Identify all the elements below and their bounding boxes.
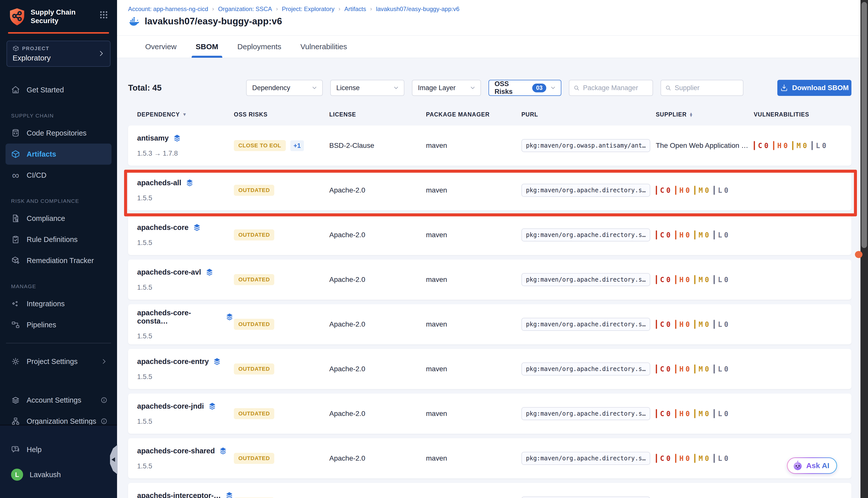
project-selector[interactable]: PROJECT Exploratory (7, 41, 111, 67)
sidebar-item-rule-definitions[interactable]: Rule Definitions (0, 229, 117, 250)
dependency-name: apacheds-all (137, 179, 181, 187)
sidebar-item-cicd[interactable]: ∞ CI/CD (0, 165, 117, 186)
vulnerability-counts[interactable]: C0 H0 M0 L0 (656, 454, 754, 463)
image-layer-filter-select[interactable]: Image Layer (412, 80, 481, 96)
layers-icon (225, 313, 234, 321)
info-icon[interactable] (101, 397, 107, 404)
sort-descending-icon: ▼ (182, 112, 187, 117)
module-switcher-grid-icon[interactable] (99, 8, 108, 19)
vulnerability-counts[interactable]: C0 H0 M0 L0 (656, 365, 754, 374)
section-risk-and-compliance: RISK AND COMPLIANCE (0, 194, 117, 208)
vulnerability-counts[interactable]: C0 H0 M0 L0 (754, 141, 852, 150)
account-layers-icon (11, 396, 20, 405)
supplier-search-input[interactable] (674, 84, 739, 92)
purl-chip[interactable]: pkg:maven/org.apache.directory.s… (521, 318, 650, 331)
tab-deployments[interactable]: Deployments (237, 36, 281, 58)
oss-risk-badge: OUTDATED (234, 230, 274, 240)
purl-chip[interactable]: pkg:maven/org.owasp.antisamy/ant… (521, 139, 650, 152)
vulnerability-counts[interactable]: C0 H0 M0 L0 (656, 409, 754, 418)
oss-risk-more-badge[interactable]: +1 (290, 140, 304, 151)
column-header-purl: PURL (521, 111, 656, 118)
table-row[interactable]: apacheds-core-entry 1.5.5 OUTDATED Apach… (128, 349, 852, 389)
purl-chip[interactable]: pkg:maven/org.apache.directory.s… (521, 407, 650, 420)
layers-icon (185, 179, 194, 187)
purl-chip[interactable]: pkg:maven/org.apache.directory.s… (521, 273, 650, 286)
table-row[interactable]: apacheds-core-jndi 1.5.5 OUTDATED Apache… (128, 394, 852, 434)
integrations-icon (11, 299, 20, 308)
sidebar-item-artifacts[interactable]: Artifacts (5, 144, 112, 165)
filter-label: OSS Risks (494, 80, 529, 96)
package-manager-search-input[interactable] (582, 84, 648, 92)
license-filter-select[interactable]: License (330, 80, 404, 96)
scrollbar-track[interactable] (860, 0, 868, 498)
vulnerability-counts[interactable]: C0 H0 M0 L0 (656, 275, 754, 284)
sidebar-item-user[interactable]: L Lavakush (0, 464, 117, 485)
sidebar-item-compliance[interactable]: Compliance (0, 208, 117, 229)
purl-chip[interactable]: pkg:maven/org.apache.directory.s… (521, 452, 650, 465)
docker-whale-icon (128, 16, 140, 27)
package-manager-value: maven (426, 231, 521, 239)
breadcrumb-account[interactable]: Account: app-harness-ng-cicd (128, 5, 208, 13)
breadcrumb-current[interactable]: lavakush07/easy-buggy-app:v6 (376, 5, 459, 13)
sidebar-item-account-settings[interactable]: Account Settings (0, 390, 117, 411)
oss-risks-filter-select[interactable]: OSS Risks 03 (489, 80, 561, 96)
dependency-filter-select[interactable]: Dependency (246, 80, 323, 96)
sidebar-item-get-started[interactable]: Get Started (0, 79, 117, 101)
package-manager-value: maven (426, 410, 521, 418)
sidebar-item-label: Remediation Tracker (27, 257, 94, 265)
purl-chip[interactable]: pkg:maven/org.apache.directory.s… (521, 228, 650, 241)
dependency-version: 1.5.5 (137, 284, 234, 291)
sidebar-item-project-settings[interactable]: Project Settings (0, 351, 117, 372)
tab-vulnerabilities[interactable]: Vulnerabilities (300, 36, 347, 58)
ask-ai-button[interactable]: Ask AI (787, 457, 837, 474)
breadcrumb-organization[interactable]: Organization: SSCA (218, 5, 272, 13)
filter-label: License (336, 84, 360, 92)
column-header-supplier[interactable]: SUPPLIER ▲▼ (656, 111, 754, 118)
purl-chip[interactable]: pkg:maven/org.apache.directory.s… (521, 184, 650, 197)
table-row[interactable]: apacheds-core-consta… 1.5.5 OUTDATED Apa… (128, 304, 852, 344)
info-icon[interactable] (101, 418, 107, 425)
gear-icon (11, 357, 20, 366)
oss-risk-badge: OUTDATED (234, 319, 274, 330)
organization-icon (11, 417, 20, 426)
tab-overview[interactable]: Overview (145, 36, 177, 58)
table-row[interactable]: apacheds-interceptor-… 1.5.5 OUTDATED Ap… (128, 483, 852, 498)
avatar: L (11, 469, 23, 481)
oss-risk-badge: OUTDATED (234, 185, 274, 196)
table-row[interactable]: apacheds-core-shared 1.5.5 OUTDATED Apac… (128, 438, 852, 479)
breadcrumb-separator: › (276, 6, 278, 12)
table-row[interactable]: apacheds-core 1.5.5 OUTDATED Apache-2.0 … (128, 215, 852, 255)
license-value: Apache-2.0 (329, 231, 426, 239)
download-sbom-button[interactable]: Download SBOM (777, 80, 852, 96)
table-row[interactable]: antisamy 1.5.3 → 1.7.8 CLOSE TO EOL +1 B… (128, 126, 852, 166)
column-header-dependency[interactable]: DEPENDENCY▼ (137, 111, 234, 118)
license-value: Apache-2.0 (329, 186, 426, 194)
page-header: Account: app-harness-ng-cicd › Organizat… (117, 0, 868, 36)
breadcrumb-project[interactable]: Project: Exploratory (282, 5, 334, 13)
table-row-highlighted[interactable]: apacheds-all 1.5.5 OUTDATED Apache-2.0 m… (128, 170, 852, 210)
download-sbom-label: Download SBOM (792, 84, 849, 92)
sidebar-item-integrations[interactable]: Integrations (0, 293, 117, 314)
sidebar-item-remediation-tracker[interactable]: Remediation Tracker (0, 250, 117, 271)
sidebar-item-label: Get Started (27, 86, 64, 94)
vulnerability-counts[interactable]: C0 H0 M0 L0 (656, 320, 754, 329)
filter-label: Image Layer (418, 84, 456, 92)
purl-chip[interactable]: pkg:maven/org.apache.directory.s… (521, 497, 650, 498)
sbom-content: Total: 45 Dependency License Image Layer… (117, 58, 868, 498)
purl-chip[interactable]: pkg:maven/org.apache.directory.s… (521, 363, 650, 376)
table-row[interactable]: apacheds-core-avl 1.5.5 OUTDATED Apache-… (128, 260, 852, 300)
sidebar-item-help[interactable]: Help (0, 439, 117, 460)
layers-icon (219, 447, 227, 455)
sidebar-item-code-repositories[interactable]: Code Repositories (0, 122, 117, 144)
tab-sbom[interactable]: SBOM (196, 36, 218, 58)
vulnerability-counts[interactable]: C0 H0 M0 L0 (656, 186, 754, 195)
breadcrumb-artifacts[interactable]: Artifacts (344, 5, 366, 13)
vulnerability-counts[interactable]: C0 H0 M0 L0 (656, 231, 754, 239)
dependency-version: 1.5.3 → 1.7.8 (137, 149, 234, 157)
help-chat-icon (11, 445, 20, 454)
column-header-package-manager: PACKAGE MANAGER (426, 111, 521, 118)
scrollbar-thumb[interactable] (861, 2, 867, 248)
sidebar-item-label: Organization Settings (27, 417, 96, 425)
sidebar-item-pipelines[interactable]: Pipelines (0, 314, 117, 335)
sidebar-item-label: CI/CD (27, 171, 47, 180)
